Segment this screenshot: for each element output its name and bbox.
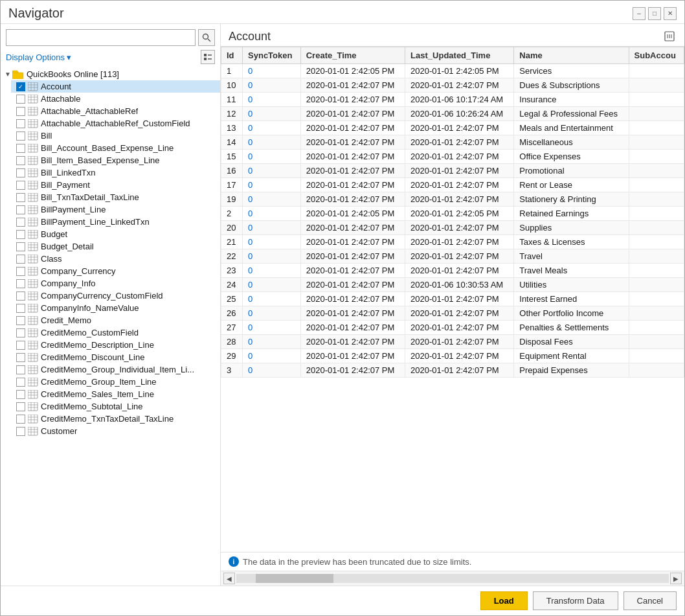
tree-node-companyinfo_namevalue[interactable]: CompanyInfo_NameValue — [11, 302, 220, 314]
checkbox-bill_account_based_expense_line[interactable] — [16, 144, 25, 153]
tree-node-billpayment_line[interactable]: BillPayment_Line — [11, 203, 220, 216]
checkbox-bill_txntaxdetail_taxline[interactable] — [16, 193, 25, 202]
svg-rect-6 — [12, 73, 23, 79]
node-label-bill_linkedtxn: Bill_LinkedTxn — [41, 168, 96, 177]
tree-node-creditmemo_description_line[interactable]: CreditMemo_Description_Line — [11, 339, 220, 351]
checkbox-company_info[interactable] — [16, 279, 25, 288]
tree-node-attachable_attachableref[interactable]: Attachable_AttachableRef — [11, 105, 220, 117]
cell-col3: 2020-01-06 10:26:24 AM — [405, 107, 514, 121]
tree-node-budget[interactable]: Budget — [11, 228, 220, 240]
svg-rect-42 — [28, 168, 38, 177]
tree-node-bill_txntaxdetail_taxline[interactable]: Bill_TxnTaxDetail_TaxLine — [11, 191, 220, 203]
checkbox-bill_item_based_expense_line[interactable] — [16, 156, 25, 165]
table-row: 1902020-01-01 2:42:07 PM2020-01-01 2:42:… — [221, 192, 684, 207]
cell-col0: 1 — [221, 64, 243, 78]
load-button[interactable]: Load — [480, 591, 528, 610]
checkbox-attachable_attachableref_customfield[interactable] — [16, 119, 25, 128]
tree-node-bill_linkedtxn[interactable]: Bill_LinkedTxn — [11, 166, 220, 179]
cancel-button[interactable]: Cancel — [623, 591, 677, 610]
cell-col4: Meals and Entertainment — [514, 121, 629, 135]
cell-col4: Miscellaneous — [514, 135, 629, 150]
checkbox-creditmemo_subtotal_line[interactable] — [16, 402, 25, 411]
checkbox-companycurrency_customfield[interactable] — [16, 291, 25, 301]
table-row: 2802020-01-01 2:42:07 PM2020-01-01 2:42:… — [221, 335, 684, 349]
tree-node-creditmemo_txntaxdetail_taxline[interactable]: CreditMemo_TxnTaxDetail_TaxLine — [11, 413, 220, 425]
transform-data-button[interactable]: Transform Data — [533, 591, 618, 610]
tree-node-credit_memo[interactable]: Credit_Memo — [11, 314, 220, 326]
checkbox-attachable_attachableref[interactable] — [16, 107, 25, 116]
checkbox-creditmemo_txntaxdetail_taxline[interactable] — [16, 415, 25, 424]
node-label-attachable_attachableref_customfield: Attachable_AttachableRef_CustomField — [41, 119, 190, 128]
cell-col5 — [629, 363, 684, 378]
tree-node-bill[interactable]: Bill — [11, 130, 220, 142]
list-view-button[interactable] — [201, 50, 215, 64]
checkbox-bill_payment[interactable] — [16, 181, 25, 190]
search-input[interactable] — [6, 29, 196, 46]
checkbox-attachable[interactable] — [16, 95, 25, 104]
checkbox-creditmemo_group_item_line[interactable] — [16, 378, 25, 387]
checkbox-creditmemo_discount_line[interactable] — [16, 353, 25, 362]
checkbox-companyinfo_namevalue[interactable] — [16, 304, 25, 313]
export-button[interactable] — [662, 29, 677, 43]
checkbox-billpayment_line[interactable] — [16, 205, 25, 214]
cell-col4: Stationery & Printing — [514, 192, 629, 207]
scroll-thumb[interactable] — [256, 574, 333, 583]
cell-col0: 29 — [221, 349, 243, 363]
tree-node-company_currency[interactable]: Company_Currency — [11, 265, 220, 277]
checkbox-company_currency[interactable] — [16, 267, 25, 276]
checkbox-bill_linkedtxn[interactable] — [16, 168, 25, 177]
table-icon — [28, 119, 38, 128]
cell-col2: 2020-01-01 2:42:07 PM — [300, 278, 405, 292]
minimize-button[interactable]: – — [633, 7, 646, 20]
scroll-right-button[interactable]: ▶ — [670, 573, 682, 584]
checkbox-creditmemo_sales_item_line[interactable] — [16, 390, 25, 399]
checkbox-class[interactable] — [16, 255, 25, 264]
cell-col5 — [629, 121, 684, 135]
cell-col2: 2020-01-01 2:42:07 PM — [300, 264, 405, 278]
checkbox-credit_memo[interactable] — [16, 316, 25, 325]
cell-col2: 2020-01-01 2:42:07 PM — [300, 321, 405, 335]
tree-node-bill_payment[interactable]: Bill_Payment — [11, 179, 220, 191]
checkbox-budget_detail[interactable] — [16, 242, 25, 251]
tree-node-account[interactable]: ✓ Account — [11, 80, 220, 93]
tree-node-class[interactable]: Class — [11, 253, 220, 265]
cell-col3: 2020-01-01 2:42:05 PM — [405, 207, 514, 221]
scroll-track[interactable] — [236, 574, 669, 583]
checkbox-billpayment_line_linkedtxn[interactable] — [16, 218, 25, 227]
tree-node-attachable[interactable]: Attachable — [11, 93, 220, 105]
maximize-button[interactable]: □ — [648, 7, 661, 20]
tree-node-budget_detail[interactable]: Budget_Detail — [11, 240, 220, 253]
tree-node-creditmemo_group_individual_item_li[interactable]: CreditMemo_Group_Individual_Item_Li... — [11, 363, 220, 376]
tree-node-creditmemo_subtotal_line[interactable]: CreditMemo_Subtotal_Line — [11, 400, 220, 413]
tree-node-attachable_attachableref_customfield[interactable]: Attachable_AttachableRef_CustomField — [11, 117, 220, 130]
scroll-left-button[interactable]: ◀ — [223, 573, 235, 584]
display-options-button[interactable]: Display Options ▾ — [6, 52, 71, 62]
tree-node-bill_item_based_expense_line[interactable]: Bill_Item_Based_Expense_Line — [11, 154, 220, 166]
svg-rect-107 — [28, 328, 38, 337]
root-node[interactable]: ▼ QuickBooks Online [113] — [1, 68, 220, 80]
tree-node-creditmemo_discount_line[interactable]: CreditMemo_Discount_Line — [11, 351, 220, 363]
tree-node-creditmemo_group_item_line[interactable]: CreditMemo_Group_Item_Line — [11, 376, 220, 388]
checkbox-bill[interactable] — [16, 131, 25, 141]
cell-col3: 2020-01-01 2:42:07 PM — [405, 363, 514, 378]
table-row: 2702020-01-01 2:42:07 PM2020-01-01 2:42:… — [221, 321, 684, 335]
search-button[interactable] — [198, 29, 215, 46]
right-panel-title: Account — [229, 30, 271, 43]
tree-node-customer[interactable]: Customer — [11, 425, 220, 437]
cell-col5 — [629, 64, 684, 78]
tree-node-billpayment_line_linkedtxn[interactable]: BillPayment_Line_LinkedTxn — [11, 216, 220, 228]
checkbox-customer[interactable] — [16, 427, 25, 436]
close-button[interactable]: ✕ — [664, 7, 677, 20]
tree-node-companycurrency_customfield[interactable]: CompanyCurrency_CustomField — [11, 290, 220, 302]
checkbox-creditmemo_group_individual_item_li[interactable] — [16, 365, 25, 374]
tree-node-company_info[interactable]: Company_Info — [11, 277, 220, 290]
checkbox-budget[interactable] — [16, 230, 25, 239]
checkbox-creditmemo_customfield[interactable] — [16, 328, 25, 337]
tree-node-bill_account_based_expense_line[interactable]: Bill_Account_Based_Expense_Line — [11, 142, 220, 154]
svg-rect-102 — [28, 316, 38, 325]
checkbox-account[interactable]: ✓ — [16, 82, 25, 91]
horizontal-scrollbar[interactable]: ◀ ▶ — [221, 571, 684, 586]
tree-node-creditmemo_customfield[interactable]: CreditMemo_CustomField — [11, 326, 220, 339]
tree-node-creditmemo_sales_item_line[interactable]: CreditMemo_Sales_Item_Line — [11, 388, 220, 400]
checkbox-creditmemo_description_line[interactable] — [16, 341, 25, 350]
